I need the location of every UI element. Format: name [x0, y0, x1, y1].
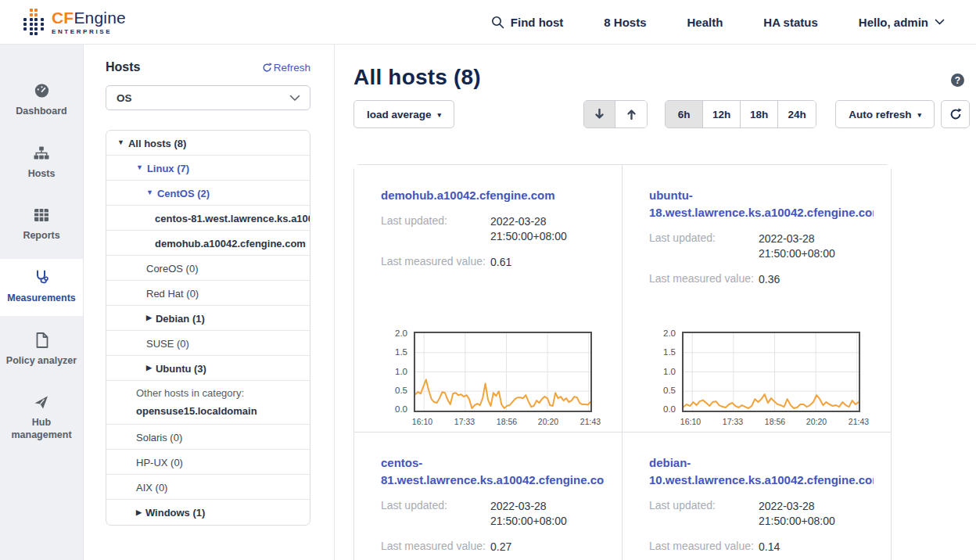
main-content: All hosts (8) ? load average ▾: [335, 45, 976, 560]
chart-y-axis: 0.00.51.01.52.0: [649, 332, 676, 412]
tree-item-label: CentOS (2): [157, 188, 210, 199]
chart-plot: [414, 332, 592, 412]
chevron-down-icon: [289, 95, 300, 102]
tree-item-label: Debian (1): [156, 313, 205, 325]
chart-plot: [682, 332, 860, 412]
tree-item-debian[interactable]: ▶Debian (1): [106, 306, 310, 331]
arrow-up-icon: [626, 108, 637, 120]
auto-refresh-label: Auto refresh: [849, 109, 911, 120]
sidebar-item-reports[interactable]: Reports: [0, 196, 83, 253]
top-nav: Find host 8 Hosts Health HA status Hello…: [491, 16, 945, 29]
tree-item-coreos[interactable]: CoreOS (0): [106, 256, 310, 281]
tree-item-label: SUSE (0): [146, 338, 189, 350]
hosts-panel-title: Hosts: [106, 60, 140, 74]
last-updated-label: Last updated:: [381, 499, 490, 529]
load-average-chart: 0.00.51.01.52.0 16:1017:3318:5620:2021:4…: [649, 332, 874, 432]
host-link[interactable]: centos-81.west.lawrence.ks.a10042.cfengi…: [381, 454, 605, 489]
tree-item-aix[interactable]: AIX (0): [106, 475, 310, 500]
tree-item-suse[interactable]: SUSE (0): [106, 331, 310, 356]
tree-item-label: centos-81.west.lawrence.ks.a10042.cfengi…: [155, 213, 310, 224]
sitemap-icon: [33, 145, 50, 162]
tree-expand-icon: ▶: [146, 314, 152, 321]
tree-expand-icon: ▶: [146, 364, 152, 372]
sidebar-item-measurements[interactable]: Measurements: [0, 259, 83, 316]
caret-down-icon: ▾: [438, 111, 442, 119]
host-link[interactable]: demohub.a10042.cfengine.com: [381, 187, 605, 204]
tree-item-label: demohub.a10042.cfengine.com: [155, 238, 306, 249]
auto-refresh-dropdown[interactable]: Auto refresh ▾: [835, 100, 935, 128]
nav-ha-status[interactable]: HA status: [763, 16, 817, 29]
tree-item-label: HP-UX (0): [136, 457, 183, 468]
hosts-refresh-link[interactable]: Refresh: [262, 62, 310, 74]
load-average-chart: 0.00.51.01.52.0 16:1017:3318:5620:2021:4…: [381, 332, 605, 432]
last-measured-label: Last measured value:: [381, 540, 490, 555]
tree-item-label: All hosts (8): [128, 138, 186, 149]
host-link[interactable]: debian-10.west.lawrence.ks.a10042.cfengi…: [649, 454, 874, 489]
nav-health[interactable]: Health: [687, 16, 723, 29]
range-18h-button[interactable]: 18h: [741, 101, 778, 127]
tree-item-linux[interactable]: ▼Linux (7): [106, 156, 310, 181]
tree-item-label: CoreOS (0): [146, 263, 198, 275]
sort-descending-button[interactable]: [584, 101, 615, 127]
host-card-debian-10: debian-10.west.lawrence.ks.a10042.cfengi…: [623, 432, 891, 560]
tree-expand-icon: ▼: [136, 163, 143, 171]
sidebar-item-hosts[interactable]: Hosts: [0, 135, 83, 192]
nav-hosts-count[interactable]: 8 Hosts: [604, 16, 646, 29]
cfengine-logo-icon: [22, 8, 45, 36]
host-cards-grid: demohub.a10042.cfengine.com Last updated…: [353, 164, 892, 560]
tree-item-all-hosts[interactable]: ▼All hosts (8): [106, 131, 310, 156]
chart-x-axis: 16:1017:3318:5620:2021:43: [414, 417, 592, 430]
last-updated-value: 2022-03-2821:50:00+08:00: [490, 214, 605, 245]
sidebar-item-hub-management[interactable]: Hub management: [0, 383, 83, 452]
last-measured-value: 0.61: [490, 255, 605, 271]
brand-engine: Engine: [74, 9, 126, 27]
cfengine-logo[interactable]: CFEngine ENTERPRISE: [22, 8, 126, 36]
time-range-group: 6h 12h 18h 24h: [665, 100, 816, 128]
find-host-search[interactable]: Find host: [491, 16, 564, 29]
brand-subtitle: ENTERPRISE: [52, 28, 126, 35]
metric-dropdown-label: load average: [367, 109, 432, 120]
user-menu[interactable]: Hello, admin: [859, 16, 945, 29]
os-filter-select[interactable]: OS: [106, 85, 310, 110]
sort-ascending-button[interactable]: [615, 101, 647, 127]
host-link[interactable]: ubuntu-18.west.lawrence.ks.a10042.cfengi…: [649, 187, 874, 221]
caret-down-icon: ▾: [917, 111, 921, 119]
search-icon: [491, 16, 504, 29]
last-updated-value: 2022-03-2821:50:00+08:00: [759, 232, 874, 262]
tree-item-other-hosts[interactable]: Other hosts in category: opensuse15.loca…: [106, 381, 310, 425]
tree-expand-icon: ▼: [146, 188, 153, 196]
tree-item-label: Ubuntu (3): [156, 363, 206, 375]
sidebar-item-label: Hub management: [3, 417, 80, 441]
tree-item-host-centos-81[interactable]: centos-81.west.lawrence.ks.a10042.cfengi…: [106, 206, 310, 231]
table-icon: [33, 206, 50, 224]
last-measured-value: 0.27: [490, 540, 605, 555]
tree-item-host-opensuse15: opensuse15.localdomain: [136, 405, 310, 417]
metric-dropdown[interactable]: load average ▾: [353, 100, 454, 128]
tree-item-windows[interactable]: ▶Windows (1): [106, 500, 310, 525]
range-6h-button[interactable]: 6h: [666, 101, 703, 127]
refresh-button[interactable]: [941, 100, 970, 128]
last-updated-label: Last updated:: [381, 214, 490, 245]
arrow-down-icon: [594, 108, 605, 120]
tree-item-label: Windows (1): [145, 507, 205, 519]
host-card-demohub: demohub.a10042.cfengine.com Last updated…: [354, 165, 623, 432]
toolbar: load average ▾ 6h 12h 18: [353, 100, 970, 128]
tree-item-ubuntu[interactable]: ▶Ubuntu (3): [106, 356, 310, 381]
chart-y-axis: 0.00.51.01.52.0: [381, 332, 407, 412]
range-24h-button[interactable]: 24h: [778, 101, 816, 127]
sidebar-item-label: Hosts: [28, 168, 56, 181]
host-tree: ▼All hosts (8) ▼Linux (7) ▼CentOS (2) ce…: [106, 130, 310, 526]
tree-item-redhat[interactable]: Red Hat (0): [106, 281, 310, 306]
tree-item-label: Linux (7): [147, 163, 189, 174]
hosts-filter-panel: Hosts Refresh OS ▼All hosts (8) ▼Linux (…: [84, 45, 335, 560]
tree-item-host-demohub[interactable]: demohub.a10042.cfengine.com: [106, 231, 310, 256]
chevron-down-icon: [935, 19, 945, 26]
tree-item-solaris[interactable]: Solaris (0): [106, 425, 310, 450]
tree-item-hpux[interactable]: HP-UX (0): [106, 450, 310, 475]
help-icon[interactable]: ?: [951, 74, 964, 87]
tree-item-centos[interactable]: ▼CentOS (2): [106, 181, 310, 206]
sidebar-item-dashboard[interactable]: Dashboard: [0, 71, 83, 129]
tree-expand-icon: ▼: [117, 138, 124, 146]
sidebar-item-policy-analyzer[interactable]: Policy analyzer: [0, 321, 83, 379]
range-12h-button[interactable]: 12h: [703, 101, 741, 127]
